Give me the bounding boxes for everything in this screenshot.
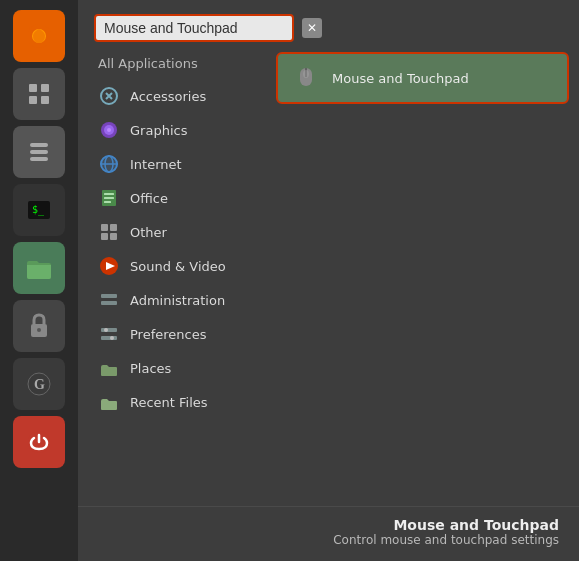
sidebar-icon-folder[interactable] <box>13 242 65 294</box>
svg-rect-28 <box>101 224 108 231</box>
svg-point-19 <box>107 128 111 132</box>
svg-point-42 <box>303 70 309 78</box>
svg-rect-6 <box>30 143 48 147</box>
other-icon <box>98 221 120 243</box>
main-panel: Mouse and Touchpad ✕ All Applications Ac… <box>78 0 579 561</box>
svg-rect-2 <box>29 84 37 92</box>
svg-rect-25 <box>104 193 114 195</box>
svg-point-38 <box>104 328 108 332</box>
sidebar: $_ G <box>0 0 78 561</box>
mouse-touchpad-result-icon <box>290 62 322 94</box>
svg-rect-31 <box>110 233 117 240</box>
footer: Mouse and Touchpad Control mouse and tou… <box>78 506 579 561</box>
recent-files-icon <box>98 391 120 413</box>
svg-rect-26 <box>104 197 114 199</box>
category-administration[interactable]: Administration <box>88 283 268 317</box>
all-applications-header[interactable]: All Applications <box>88 52 268 79</box>
sidebar-icon-terminal[interactable]: $_ <box>13 184 65 236</box>
category-preferences[interactable]: Preferences <box>88 317 268 351</box>
search-input[interactable]: Mouse and Touchpad <box>104 20 284 36</box>
svg-rect-27 <box>104 201 111 203</box>
svg-text:G: G <box>34 377 45 392</box>
places-icon <box>98 357 120 379</box>
svg-rect-3 <box>41 84 49 92</box>
category-other[interactable]: Other <box>88 215 268 249</box>
preferences-icon <box>98 323 120 345</box>
category-recent-files[interactable]: Recent Files <box>88 385 268 419</box>
sidebar-icon-grammarly[interactable]: G <box>13 358 65 410</box>
svg-rect-37 <box>101 336 117 340</box>
search-input-wrapper[interactable]: Mouse and Touchpad <box>94 14 294 42</box>
categories-panel: All Applications Accessories <box>88 52 268 496</box>
svg-rect-30 <box>101 233 108 240</box>
svg-point-39 <box>110 336 114 340</box>
clear-search-button[interactable]: ✕ <box>302 18 322 38</box>
svg-rect-29 <box>110 224 117 231</box>
category-accessories[interactable]: Accessories <box>88 79 268 113</box>
footer-description: Control mouse and touchpad settings <box>98 533 559 547</box>
svg-text:$_: $_ <box>32 204 45 216</box>
category-office[interactable]: Office <box>88 181 268 215</box>
svg-rect-35 <box>101 301 117 305</box>
result-label: Mouse and Touchpad <box>332 71 469 86</box>
svg-rect-34 <box>101 294 117 298</box>
sidebar-icon-firefox[interactable] <box>13 10 65 62</box>
svg-point-23 <box>101 156 117 172</box>
sidebar-icon-lock[interactable] <box>13 300 65 352</box>
sound-video-icon <box>98 255 120 277</box>
result-mouse-touchpad[interactable]: Mouse and Touchpad <box>276 52 569 104</box>
svg-rect-4 <box>29 96 37 104</box>
content-area: All Applications Accessories <box>78 52 579 506</box>
graphics-icon <box>98 119 120 141</box>
category-sound-video[interactable]: Sound & Video <box>88 249 268 283</box>
footer-title: Mouse and Touchpad <box>98 517 559 533</box>
sidebar-icon-power[interactable] <box>13 416 65 468</box>
sidebar-icon-grid[interactable] <box>13 68 65 120</box>
office-icon <box>98 187 120 209</box>
svg-rect-5 <box>41 96 49 104</box>
svg-point-12 <box>37 328 41 332</box>
category-places[interactable]: Places <box>88 351 268 385</box>
category-internet[interactable]: Internet <box>88 147 268 181</box>
svg-rect-36 <box>101 328 117 332</box>
category-graphics[interactable]: Graphics <box>88 113 268 147</box>
search-bar: Mouse and Touchpad ✕ <box>78 0 579 52</box>
search-results: Mouse and Touchpad <box>276 52 569 496</box>
sidebar-icon-db[interactable] <box>13 126 65 178</box>
internet-icon <box>98 153 120 175</box>
svg-rect-8 <box>30 157 48 161</box>
svg-rect-7 <box>30 150 48 154</box>
accessories-icon <box>98 85 120 107</box>
administration-icon <box>98 289 120 311</box>
